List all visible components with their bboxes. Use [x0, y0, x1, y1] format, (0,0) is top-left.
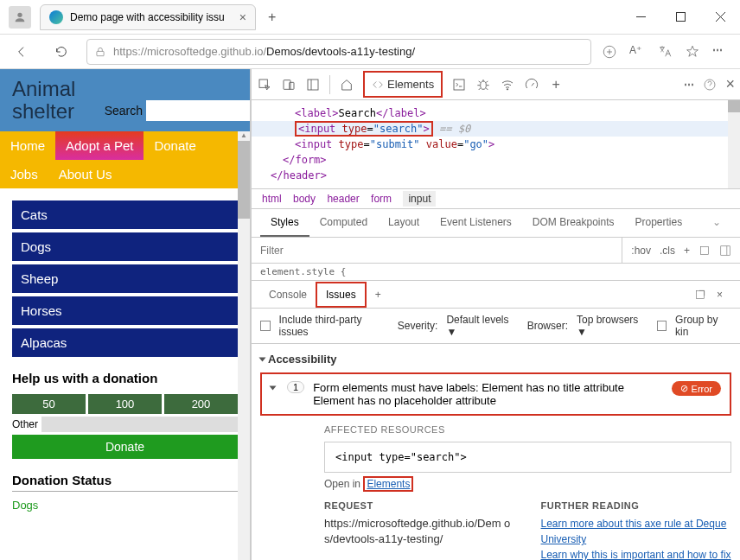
elements-tab[interactable]: Elements — [363, 71, 443, 98]
svg-point-0 — [17, 12, 22, 16]
styles-filter-input[interactable] — [252, 238, 622, 263]
console-icon[interactable] — [451, 77, 467, 92]
lock-icon — [94, 46, 106, 58]
more-dt-icon[interactable]: ⋯ — [684, 79, 694, 91]
performance-icon[interactable] — [524, 77, 539, 92]
donate-200[interactable]: 200 — [164, 394, 238, 414]
help-icon[interactable] — [703, 78, 717, 92]
more-icon[interactable]: ⋯ — [712, 44, 728, 60]
tab-styles[interactable]: Styles — [260, 209, 309, 237]
svg-point-14 — [507, 88, 508, 89]
tracking-icon[interactable] — [602, 44, 617, 60]
tab-layout[interactable]: Layout — [378, 209, 430, 237]
page-header: Animalshelter Search — [0, 69, 250, 131]
svg-rect-12 — [454, 80, 464, 90]
search-input[interactable] — [146, 100, 250, 121]
svg-rect-5 — [97, 51, 104, 55]
dom-scrollbar[interactable] — [728, 100, 740, 188]
page-scrollbar[interactable] — [238, 131, 250, 560]
other-label: Other — [12, 418, 38, 430]
list-item[interactable]: Dogs — [12, 232, 238, 261]
donate-button[interactable]: Donate — [12, 435, 238, 459]
popout-icon[interactable] — [694, 289, 706, 301]
drawer-tabbar: Console Issues + × — [252, 281, 740, 309]
donate-50[interactable]: 50 — [12, 394, 86, 414]
tab-computed[interactable]: Computed — [309, 209, 378, 237]
list-item[interactable]: Sheep — [12, 264, 238, 293]
more-tabs-icon[interactable]: + — [548, 77, 564, 92]
new-style-icon[interactable]: + — [684, 245, 690, 257]
window-titlebar: Demo page with accessibility issu × + — [0, 0, 740, 35]
back-button[interactable] — [7, 37, 36, 67]
open-elements-link[interactable]: Elements — [363, 476, 413, 492]
sidebar-icon[interactable] — [719, 245, 731, 257]
nav-about[interactable]: About Us — [48, 160, 123, 188]
tab-issues[interactable]: Issues — [316, 282, 367, 308]
cls-toggle[interactable]: .cls — [660, 245, 675, 257]
close-window-button[interactable] — [700, 0, 740, 35]
further-link-2[interactable]: Learn why this is important and how to f… — [541, 547, 732, 560]
favorite-icon[interactable] — [685, 44, 700, 60]
further-link-1[interactable]: Learn more about this axe rule at Deque … — [541, 516, 732, 547]
dom-tree[interactable]: <label>Search</label> <input type="searc… — [252, 100, 740, 189]
list-item[interactable]: Cats — [12, 200, 238, 229]
nav-jobs[interactable]: Jobs — [0, 160, 48, 188]
maximize-button[interactable] — [660, 0, 700, 35]
category-list: Cats Dogs Sheep Horses Alpacas — [12, 200, 238, 357]
close-drawer-icon[interactable]: × — [717, 289, 723, 301]
svg-point-13 — [481, 81, 487, 89]
more-drawer-icon[interactable]: + — [367, 283, 390, 306]
third-party-checkbox[interactable] — [260, 321, 271, 331]
other-amount-input[interactable] — [41, 417, 238, 432]
tab-listeners[interactable]: Event Listeners — [430, 209, 522, 237]
tab-console[interactable]: Console — [260, 283, 316, 306]
new-tab-button[interactable]: + — [261, 6, 283, 29]
refresh-button[interactable] — [47, 37, 76, 67]
welcome-icon[interactable] — [339, 77, 354, 92]
dock-icon[interactable] — [305, 77, 321, 92]
device-icon[interactable] — [281, 77, 297, 92]
chevron-down-icon[interactable]: ⌄ — [702, 209, 731, 237]
nav-adopt[interactable]: Adopt a Pet — [55, 131, 144, 160]
error-badge: Error — [672, 381, 721, 396]
severity-select[interactable]: Default levels ▼ — [446, 314, 518, 338]
nav-donate[interactable]: Donate — [144, 131, 206, 160]
edge-icon — [49, 10, 63, 24]
devtools-panel: Elements + ⋯ × <label>Search</label> <in… — [251, 69, 740, 560]
list-item[interactable]: Horses — [12, 296, 238, 325]
issue-item[interactable]: 1 Form elements must have labels: Elemen… — [260, 372, 731, 416]
issues-toolbar: Include third-party issues Severity: Def… — [252, 309, 740, 344]
profile-avatar[interactable] — [9, 6, 31, 29]
issue-count-badge: 1 — [287, 381, 304, 393]
tab-properties[interactable]: Properties — [625, 209, 693, 237]
minimize-button[interactable] — [621, 0, 660, 35]
donate-100[interactable]: 100 — [88, 394, 162, 414]
computed-icon[interactable] — [699, 245, 711, 257]
status-item: Dogs — [12, 499, 238, 512]
dom-breadcrumb[interactable]: html body header form input — [252, 189, 740, 209]
bug-icon[interactable] — [475, 77, 491, 92]
tab-breakpoints[interactable]: DOM Breakpoints — [522, 209, 625, 237]
svg-rect-19 — [696, 290, 704, 298]
group-checkbox[interactable] — [657, 321, 667, 331]
issue-category[interactable]: Accessibility — [260, 349, 731, 369]
inspect-icon[interactable] — [257, 77, 272, 92]
hov-toggle[interactable]: :hov — [631, 245, 651, 257]
url-input[interactable]: https://microsoftedge.github.io/Demos/de… — [86, 39, 591, 65]
address-bar: https://microsoftedge.github.io/Demos/de… — [0, 35, 740, 69]
network-icon[interactable] — [500, 77, 515, 92]
chevron-down-icon — [270, 386, 277, 391]
list-item[interactable]: Alpacas — [12, 328, 238, 357]
reading-icon[interactable]: A⁺ — [629, 44, 645, 60]
close-devtools-icon[interactable]: × — [725, 75, 735, 93]
browser-tab[interactable]: Demo page with accessibility issu × — [40, 4, 256, 30]
main-nav: Home Adopt a Pet Donate Jobs About Us — [0, 131, 250, 188]
element-style[interactable]: element.style { — [252, 264, 740, 281]
svg-rect-17 — [721, 245, 730, 255]
translate-icon[interactable] — [657, 44, 673, 60]
donation-heading: Help us with a donation — [12, 371, 238, 385]
close-tab-icon[interactable]: × — [239, 10, 246, 24]
browser-select[interactable]: Top browsers ▼ — [577, 314, 648, 338]
affected-code[interactable]: <input type="search"> — [324, 442, 731, 473]
nav-home[interactable]: Home — [0, 131, 55, 160]
